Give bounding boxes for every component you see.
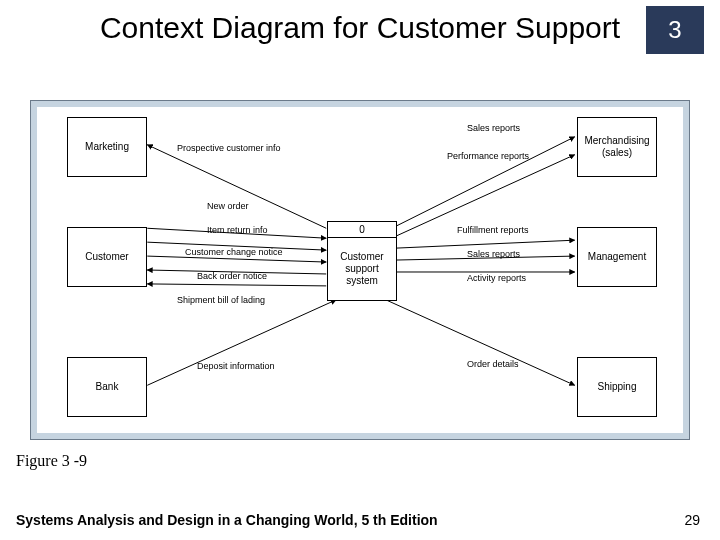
svg-line-12 bbox=[386, 300, 575, 385]
diagram-frame: Marketing Customer Bank Merchandising (s… bbox=[30, 100, 690, 440]
flow-new-order: New order bbox=[207, 201, 249, 211]
entity-shipping: Shipping bbox=[577, 357, 657, 417]
entity-merchandising: Merchandising (sales) bbox=[577, 117, 657, 177]
flow-activity: Activity reports bbox=[467, 273, 526, 283]
flow-back-order: Back order notice bbox=[197, 271, 267, 281]
flow-sales-mid: Sales reports bbox=[467, 249, 520, 259]
entity-management: Management bbox=[577, 227, 657, 287]
flow-ship-lading: Shipment bill of lading bbox=[177, 295, 265, 305]
flow-sales-top: Sales reports bbox=[467, 123, 520, 133]
flow-performance: Performance reports bbox=[447, 151, 529, 161]
flow-fulfillment: Fulfillment reports bbox=[457, 225, 529, 235]
entity-label: Marketing bbox=[85, 141, 129, 153]
chapter-badge: 3 bbox=[646, 6, 704, 54]
flow-deposit: Deposit information bbox=[197, 361, 275, 371]
entity-marketing: Marketing bbox=[67, 117, 147, 177]
svg-line-9 bbox=[396, 240, 575, 248]
svg-line-0 bbox=[147, 145, 326, 228]
svg-line-5 bbox=[147, 284, 326, 286]
entity-label: Bank bbox=[96, 381, 119, 393]
figure-label: Figure 3 -9 bbox=[16, 452, 87, 470]
svg-line-6 bbox=[147, 300, 336, 385]
footer-text: Systems Analysis and Design in a Changin… bbox=[16, 512, 438, 528]
entity-label: Management bbox=[588, 251, 646, 263]
process-id: 0 bbox=[328, 222, 396, 238]
flow-change-notice: Customer change notice bbox=[185, 247, 283, 257]
diagram-canvas: Marketing Customer Bank Merchandising (s… bbox=[37, 107, 683, 433]
entity-customer: Customer bbox=[67, 227, 147, 287]
chapter-number: 3 bbox=[668, 16, 681, 44]
svg-line-8 bbox=[396, 155, 575, 237]
flow-order-details: Order details bbox=[467, 359, 519, 369]
process-customer-support: 0 Customer support system bbox=[327, 221, 397, 301]
page-title: Context Diagram for Customer Support bbox=[0, 0, 720, 56]
entity-label: Merchandising (sales) bbox=[580, 135, 654, 159]
entity-label: Shipping bbox=[598, 381, 637, 393]
flow-item-return: Item return info bbox=[207, 225, 268, 235]
entity-label: Customer bbox=[85, 251, 128, 263]
page-number: 29 bbox=[684, 512, 700, 528]
entity-bank: Bank bbox=[67, 357, 147, 417]
flow-prospective: Prospective customer info bbox=[177, 143, 281, 153]
process-name: Customer support system bbox=[328, 238, 396, 300]
